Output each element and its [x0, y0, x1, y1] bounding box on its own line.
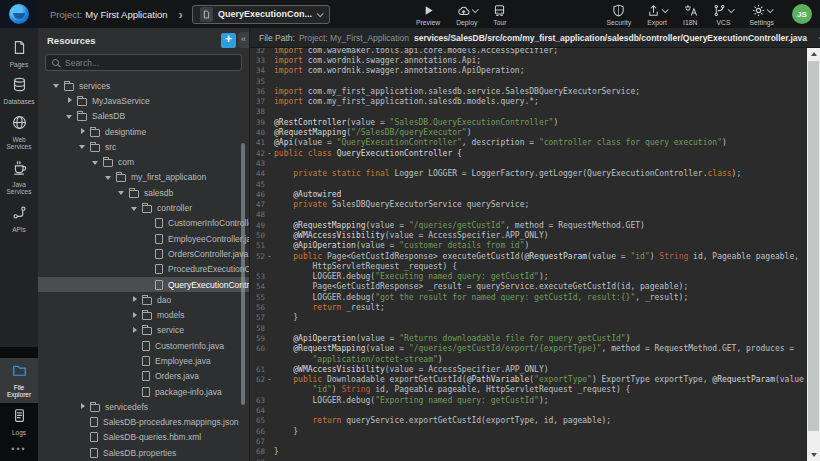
code-line[interactable]: 57 } — [250, 313, 807, 323]
tree-folder-src[interactable]: src — [38, 139, 249, 154]
tree-file-SalesDB-procedures.mappings.json[interactable]: SalesDB-procedures.mappings.json — [38, 415, 249, 430]
project-name[interactable]: My First Application — [85, 9, 167, 20]
topbar-action-label: I18N — [683, 19, 697, 26]
code-line[interactable]: "id") String id, Pageable pageable, Http… — [250, 385, 807, 395]
code-line[interactable]: 34import com.wordnik.swagger.annotations… — [250, 66, 807, 76]
code-line[interactable]: 61 @WMAccessVisibility(value = AccessSpe… — [250, 364, 807, 374]
collapse-panel-button[interactable]: « — [238, 32, 249, 48]
code-line[interactable]: 66 } — [250, 426, 807, 436]
topbar-action-tour[interactable]: Tour — [485, 2, 514, 27]
code-line[interactable]: 40@RequestMapping("/SalesDB/queryExecuto… — [250, 127, 807, 137]
editor-scrollbar-thumb[interactable] — [808, 61, 819, 431]
topbar-action-deploy[interactable]: Deploy — [448, 2, 485, 27]
tree-file-Employee.java[interactable]: Employee.java — [38, 353, 249, 368]
code-line[interactable]: 41@Api(value = "QueryExecutionController… — [250, 138, 807, 148]
tree-file-package-info.java[interactable]: package-info.java — [38, 384, 249, 399]
token-str: "SalesDB.QueryExecutionController" — [390, 118, 554, 127]
code-line[interactable]: 68} — [250, 447, 807, 457]
code-line[interactable]: 64 — [250, 405, 807, 415]
code-line[interactable]: 39@RestController(value = "SalesDB.Query… — [250, 117, 807, 127]
app-logo-button[interactable] — [0, 0, 38, 28]
resources-search[interactable] — [45, 54, 242, 71]
tree-file-QueryExecutionController.java[interactable]: QueryExecutionController.java — [38, 277, 249, 292]
tree-folder-com[interactable]: com — [38, 154, 249, 169]
topbar-action-security[interactable]: Security — [599, 2, 640, 27]
code-line[interactable]: 67 — [250, 436, 807, 446]
user-avatar[interactable]: JS — [792, 4, 812, 24]
code-line[interactable]: 37import com.my_first_application.salesd… — [250, 96, 807, 106]
code-line[interactable]: 59 @ApiOperation(value = "Returns downlo… — [250, 333, 807, 343]
code-line[interactable]: 69 — [250, 457, 807, 461]
code-line[interactable]: HttpServletRequest _request) { — [250, 261, 807, 271]
tree-file-SalesDB-queries.hbm.xml[interactable]: SalesDB-queries.hbm.xml — [38, 430, 249, 445]
code-line[interactable]: 62- public Downloadable exportGetCustId(… — [250, 375, 807, 385]
tree-scrollbar-thumb[interactable] — [241, 143, 245, 405]
code-line[interactable]: 42-public class QueryExecutionController… — [250, 148, 807, 158]
rail-item-java-services[interactable]: Java Services — [0, 155, 38, 200]
add-resource-button[interactable]: + — [221, 33, 236, 48]
code-line[interactable]: 65 return queryService.exportGetCustId(e… — [250, 416, 807, 426]
tree-folder-models[interactable]: models — [38, 307, 249, 322]
code-line[interactable]: 51 @ApiOperation(value = "customer detai… — [250, 241, 807, 251]
code-line[interactable]: 32import com.wavemaker.tools.api.core.mo… — [250, 48, 807, 55]
rail-item-web-services[interactable]: Web Services — [0, 110, 38, 155]
rail-item-logs[interactable]: Logs — [0, 403, 38, 440]
tree-file-CustomerInfo.java[interactable]: CustomerInfo.java — [38, 338, 249, 353]
topbar-action-settings[interactable]: Settings — [741, 2, 782, 27]
rail-item-databases[interactable]: Databases — [0, 72, 38, 109]
tree-folder-SalesDB[interactable]: SalesDB — [38, 109, 249, 124]
tree-folder-salesdb[interactable]: salesdb — [38, 185, 249, 200]
tree-folder-services[interactable]: services — [38, 78, 249, 93]
topbar-action-i18n[interactable]: I18N — [675, 2, 705, 27]
code-line[interactable]: 45 — [250, 179, 807, 189]
tree-folder-MyJavaService[interactable]: MyJavaService — [38, 93, 249, 108]
scroll-up-arrow-icon[interactable] — [811, 52, 817, 56]
code-line[interactable]: "application/octet-stream") — [250, 354, 807, 364]
code-text: @ApiOperation(value = "Returns downloada… — [274, 334, 630, 343]
tree-file-CustomerInfoController.java[interactable]: CustomerInfoController.java — [38, 216, 249, 231]
code-line[interactable]: 50 @WMAccessVisibility(value = AccessSpe… — [250, 230, 807, 240]
tree-file-OrdersController.java[interactable]: OrdersController.java — [38, 246, 249, 261]
code-line[interactable]: 56 return _result; — [250, 302, 807, 312]
tree-file-SalesDB.properties[interactable]: SalesDB.properties — [38, 445, 249, 460]
code-line[interactable]: 38 — [250, 107, 807, 117]
rail-item-pages[interactable]: Pages — [0, 35, 38, 72]
tree-file-EmployeeController.java[interactable]: EmployeeController.java — [38, 231, 249, 246]
topbar-action-vcs[interactable]: VCS — [705, 2, 741, 27]
code-line[interactable]: 33import com.wordnik.swagger.annotations… — [250, 55, 807, 65]
code-line[interactable]: 44 private static final Logger LOGGER = … — [250, 169, 807, 179]
tree-file-Orders.java[interactable]: Orders.java — [38, 369, 249, 384]
tree-folder-my_first_application[interactable]: my_first_application — [38, 170, 249, 185]
open-file-dropdown[interactable]: QueryExecutionCon... — [192, 5, 330, 24]
more-options-button[interactable]: ••• — [0, 440, 38, 461]
code-line[interactable]: 53 LOGGER.debug("Executing named query: … — [250, 272, 807, 282]
tree-folder-designtime[interactable]: designtime — [38, 124, 249, 139]
editor-scrollbar[interactable] — [807, 48, 820, 461]
code-line[interactable]: 49 @RequestMapping(value = "/queries/get… — [250, 220, 807, 230]
tree-file-ProcedureExecutionController.java[interactable]: ProcedureExecutionController.java — [38, 262, 249, 277]
code-line[interactable]: 46 @Autowired — [250, 189, 807, 199]
code-line[interactable]: 63 LOGGER.debug("Exporting named query: … — [250, 395, 807, 405]
code-area[interactable]: 32import com.wavemaker.tools.api.core.mo… — [250, 48, 807, 461]
code-line[interactable]: 48 — [250, 210, 807, 220]
tree-folder-controller[interactable]: controller — [38, 200, 249, 215]
code-line[interactable]: 55 LOGGER.debug("got the result for name… — [250, 292, 807, 302]
rail-item-file-explorer[interactable]: File Explorer — [0, 358, 38, 403]
code-line[interactable]: 35 — [250, 76, 807, 86]
tree-folder-servicedefs[interactable]: servicedefs — [38, 399, 249, 414]
code-line[interactable]: 43 — [250, 158, 807, 168]
topbar-action-export[interactable]: Export — [639, 2, 675, 27]
scroll-down-arrow-icon[interactable] — [811, 453, 817, 457]
search-input[interactable] — [65, 58, 235, 68]
tree-folder-dao[interactable]: dao — [38, 292, 249, 307]
code-text: import com.wordnik.swagger.annotations.A… — [274, 66, 524, 75]
rail-item-apis[interactable]: APIs — [0, 200, 38, 237]
code-line[interactable]: 58 — [250, 323, 807, 333]
tree-folder-service[interactable]: service — [38, 323, 249, 338]
code-line[interactable]: 52- public Page<GetCustIdResponse> execu… — [250, 251, 807, 261]
code-line[interactable]: 36import com.my_first_application.salesd… — [250, 86, 807, 96]
code-line[interactable]: 54 Page<GetCustIdResponse> _result = que… — [250, 282, 807, 292]
topbar-action-preview[interactable]: Preview — [408, 2, 448, 27]
code-line[interactable]: 60 @RequestMapping(value = "/queries/get… — [250, 344, 807, 354]
code-line[interactable]: 47 private SalesDBQueryExecutorService q… — [250, 199, 807, 209]
